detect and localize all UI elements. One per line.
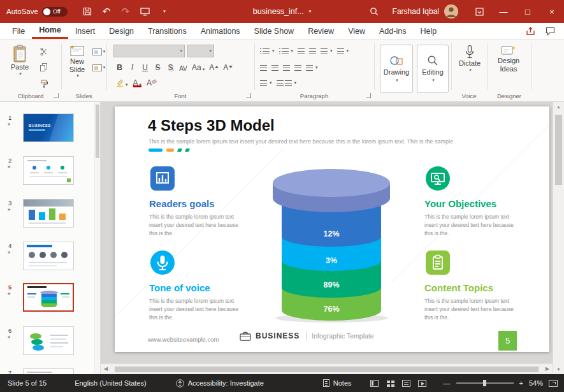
autosave-control[interactable]: AutoSave Off	[6, 0, 68, 23]
zoom-slider-thumb[interactable]	[483, 380, 486, 386]
thumbnail-item-5-selected[interactable]: 5 ★	[0, 283, 100, 321]
change-case-button[interactable]: Aa▾	[191, 61, 205, 72]
slide-title[interactable]: 4 Steps 3D Model	[148, 117, 275, 134]
notes-button[interactable]: Notes	[323, 379, 352, 387]
stacked-cylinder-chart[interactable]: 12% 3% 89% 76%	[266, 165, 396, 324]
slide-sorter-view-icon[interactable]	[386, 380, 394, 387]
reading-view-icon[interactable]	[402, 380, 410, 387]
underline-button[interactable]: U	[140, 61, 150, 72]
align-center-button[interactable]	[271, 62, 278, 73]
comments-icon[interactable]	[546, 27, 555, 36]
section-body[interactable]: This is the sample lorem ipsum text inse…	[424, 213, 520, 238]
slide-thumbnail[interactable]	[23, 326, 74, 355]
tab-insert[interactable]: Insert	[68, 23, 102, 39]
start-slideshow-button[interactable]	[135, 0, 154, 23]
thumbnail-item-4[interactable]: 4 ★	[0, 242, 100, 280]
highlight-color-button[interactable]: ▾	[115, 76, 129, 87]
tab-add-ins[interactable]: Add-ins	[372, 23, 413, 39]
reset-slide-button[interactable]: ▾	[92, 62, 106, 73]
italic-button[interactable]: I	[127, 61, 137, 72]
justify-button[interactable]	[294, 62, 301, 73]
character-spacing-button[interactable]: AV	[178, 61, 188, 72]
accessibility-checker[interactable]: Accessibility: Investigate	[176, 379, 264, 388]
copy-button[interactable]	[37, 62, 51, 73]
convert-smartart-button[interactable]: ▾	[277, 78, 297, 88]
close-button[interactable]: ×	[540, 0, 564, 23]
vertical-scrollbar[interactable]: ▲ ▼	[553, 102, 564, 374]
new-slide-button[interactable]: New Slide ▾	[64, 45, 90, 94]
drawing-button[interactable]: Drawing ▾	[380, 45, 413, 93]
paste-button[interactable]: Paste ▾	[6, 45, 33, 94]
cut-button[interactable]	[37, 46, 51, 57]
zoom-out-button[interactable]: —	[444, 379, 451, 387]
thumbnail-panel-scrollbar[interactable]	[94, 102, 100, 374]
customize-qat-button[interactable]: ▾	[154, 0, 173, 23]
font-size-select[interactable]: ▾	[187, 45, 214, 57]
align-left-button[interactable]	[260, 62, 267, 73]
zoom-in-button[interactable]: +	[519, 379, 523, 387]
tab-help[interactable]: Help	[413, 23, 444, 39]
section-body[interactable]: This is the sample lorem ipsum text inse…	[149, 297, 245, 323]
undo-button[interactable]: ↶	[97, 0, 116, 23]
normal-view-icon[interactable]	[370, 380, 379, 387]
dictate-button[interactable]: Dictate ▾	[455, 45, 484, 87]
search-button[interactable]	[365, 0, 384, 23]
thumbnail-item-3[interactable]: 3 ★	[0, 199, 100, 237]
editing-button[interactable]: Editing ▾	[417, 45, 449, 93]
design-ideas-button[interactable]: Design Ideas	[489, 45, 528, 87]
slide-editor[interactable]: 4 Steps 3D Model This is the sample lore…	[115, 106, 549, 352]
section-heading[interactable]: Readers goals	[149, 198, 215, 209]
font-color-button[interactable]: A▾	[133, 76, 143, 87]
scroll-up-arrow[interactable]: ▲	[553, 105, 564, 109]
scrollbar-thumb[interactable]	[115, 367, 539, 372]
user-name[interactable]: Farshad Iqbal	[393, 7, 439, 16]
tab-slide-show[interactable]: Slide Show	[247, 23, 301, 39]
slide-layout-button[interactable]: ▾	[92, 46, 106, 57]
tab-file[interactable]: File	[5, 23, 32, 39]
scrollbar-thumb[interactable]	[555, 115, 562, 185]
clear-formatting-button[interactable]: A	[146, 76, 157, 87]
text-direction-button[interactable]: ▾	[337, 46, 349, 56]
slide-subtitle[interactable]: This is the sample lorem ipsum text inse…	[148, 138, 522, 145]
tab-home[interactable]: Home	[32, 23, 68, 39]
tab-view[interactable]: View	[341, 23, 372, 39]
align-text-button[interactable]: ▾	[260, 78, 272, 88]
decrease-indent-button[interactable]	[298, 46, 305, 56]
user-avatar[interactable]	[444, 4, 458, 18]
bold-button[interactable]: B	[115, 61, 124, 72]
thumbnail-item-7[interactable]: 7	[0, 368, 100, 374]
share-icon[interactable]	[526, 27, 535, 36]
save-button[interactable]	[78, 0, 97, 23]
tab-animations[interactable]: Animations	[194, 23, 247, 39]
slide-thumbnail[interactable]	[23, 242, 74, 270]
slide-thumbnail[interactable]	[23, 368, 74, 374]
format-painter-button[interactable]	[37, 78, 51, 89]
increase-indent-button[interactable]	[309, 46, 316, 56]
section-body[interactable]: This is the sample lorem ipsum text inse…	[424, 297, 520, 323]
section-heading[interactable]: Your Objectives	[424, 198, 496, 209]
slide-thumbnail[interactable]	[23, 199, 74, 228]
paragraph-dialog-launcher[interactable]	[366, 93, 371, 98]
thumbnail-item-2[interactable]: 2 ★	[0, 156, 100, 194]
numbering-button[interactable]: ▾	[279, 46, 294, 56]
redo-button[interactable]: ↷	[116, 0, 135, 23]
shrink-font-button[interactable]: A	[222, 61, 233, 72]
maximize-button[interactable]: □	[516, 0, 540, 23]
document-title[interactable]: business_inf... ▾	[253, 0, 311, 23]
tab-review[interactable]: Review	[301, 23, 341, 39]
scrollbar-thumb[interactable]	[96, 105, 99, 158]
slide-thumbnail[interactable]	[23, 156, 74, 185]
section-heading[interactable]: Tone of voice	[149, 282, 210, 293]
language-indicator[interactable]: English (United States)	[75, 379, 147, 387]
clipboard-dialog-launcher[interactable]	[54, 93, 59, 98]
slide-thumbnail[interactable]	[23, 283, 74, 312]
zoom-slider[interactable]	[456, 382, 514, 384]
autosave-toggle[interactable]: Off	[42, 7, 68, 17]
line-spacing-button[interactable]: ▾	[321, 46, 333, 56]
align-right-button[interactable]	[283, 62, 290, 73]
slide-thumbnail[interactable]: BUSINESS	[23, 113, 74, 142]
scroll-left-arrow[interactable]: ◀	[104, 366, 108, 372]
scroll-down-arrow[interactable]: ▼	[553, 367, 564, 372]
text-shadow-button[interactable]: S	[166, 61, 175, 72]
section-heading[interactable]: Content Topics	[424, 282, 493, 293]
